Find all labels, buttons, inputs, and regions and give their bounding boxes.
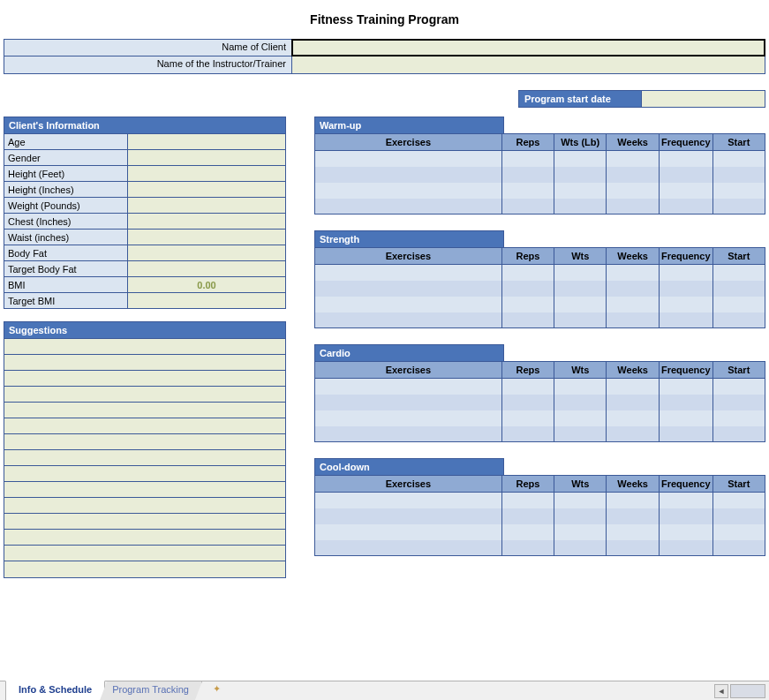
exercise-cell[interactable] <box>659 524 712 540</box>
horizontal-scrollbar[interactable] <box>730 684 765 698</box>
exercise-cell[interactable] <box>607 524 660 540</box>
new-sheet-icon[interactable]: ✦ <box>202 681 228 700</box>
exercise-cell[interactable] <box>554 395 607 410</box>
exercise-cell[interactable] <box>712 395 765 410</box>
exercise-cell[interactable] <box>501 281 554 297</box>
exercise-cell[interactable] <box>712 312 765 328</box>
suggestions-row[interactable] <box>4 371 285 387</box>
suggestions-row[interactable] <box>4 466 285 482</box>
exercise-cell[interactable] <box>315 151 502 167</box>
exercise-cell[interactable] <box>554 183 607 199</box>
exercise-cell[interactable] <box>659 297 712 312</box>
exercise-cell[interactable] <box>659 167 712 183</box>
exercise-cell[interactable] <box>659 410 712 426</box>
exercise-cell[interactable] <box>501 151 554 167</box>
exercise-cell[interactable] <box>315 183 502 199</box>
exercise-cell[interactable] <box>501 265 554 281</box>
exercise-cell[interactable] <box>315 508 502 524</box>
exercise-cell[interactable] <box>607 410 660 426</box>
exercise-cell[interactable] <box>554 493 607 508</box>
suggestions-row[interactable] <box>4 418 285 434</box>
exercise-cell[interactable] <box>607 312 660 328</box>
exercise-cell[interactable] <box>554 426 607 442</box>
exercise-cell[interactable] <box>712 540 765 556</box>
tab-info-schedule[interactable]: Info & Schedule <box>5 681 105 700</box>
client-info-value[interactable] <box>128 230 286 245</box>
exercise-cell[interactable] <box>501 524 554 540</box>
exercise-cell[interactable] <box>659 265 712 281</box>
exercise-cell[interactable] <box>501 312 554 328</box>
exercise-cell[interactable] <box>607 508 660 524</box>
exercise-cell[interactable] <box>659 312 712 328</box>
suggestions-row[interactable] <box>4 482 285 498</box>
exercise-cell[interactable] <box>554 199 607 215</box>
client-info-value[interactable] <box>128 134 286 150</box>
client-info-value[interactable] <box>128 293 286 309</box>
exercise-cell[interactable] <box>659 426 712 442</box>
exercise-cell[interactable] <box>501 379 554 395</box>
exercise-cell[interactable] <box>501 199 554 215</box>
exercise-cell[interactable] <box>607 379 660 395</box>
exercise-cell[interactable] <box>712 508 765 524</box>
suggestions-row[interactable] <box>4 434 285 450</box>
exercise-cell[interactable] <box>554 281 607 297</box>
exercise-cell[interactable] <box>554 265 607 281</box>
exercise-cell[interactable] <box>712 410 765 426</box>
exercise-cell[interactable] <box>712 426 765 442</box>
exercise-cell[interactable] <box>554 297 607 312</box>
exercise-cell[interactable] <box>712 183 765 199</box>
suggestions-row[interactable] <box>4 498 285 514</box>
exercise-cell[interactable] <box>659 493 712 508</box>
exercise-cell[interactable] <box>607 151 660 167</box>
exercise-cell[interactable] <box>315 265 502 281</box>
exercise-cell[interactable] <box>315 297 502 312</box>
suggestions-row[interactable] <box>4 514 285 530</box>
exercise-cell[interactable] <box>554 167 607 183</box>
scroll-left-button[interactable]: ◄ <box>714 684 728 698</box>
exercise-cell[interactable] <box>607 167 660 183</box>
exercise-cell[interactable] <box>501 508 554 524</box>
client-info-value[interactable] <box>128 182 286 198</box>
exercise-cell[interactable] <box>712 524 765 540</box>
client-info-value[interactable] <box>128 261 286 277</box>
program-start-date-input[interactable] <box>642 90 765 108</box>
exercise-cell[interactable] <box>712 199 765 215</box>
exercise-cell[interactable] <box>501 493 554 508</box>
exercise-cell[interactable] <box>607 493 660 508</box>
exercise-cell[interactable] <box>712 281 765 297</box>
client-info-value[interactable] <box>128 150 286 166</box>
suggestions-row[interactable] <box>4 355 285 371</box>
exercise-cell[interactable] <box>659 395 712 410</box>
exercise-cell[interactable] <box>659 199 712 215</box>
exercise-cell[interactable] <box>712 265 765 281</box>
exercise-cell[interactable] <box>712 297 765 312</box>
client-name-input[interactable] <box>292 40 765 56</box>
exercise-cell[interactable] <box>659 151 712 167</box>
exercise-cell[interactable] <box>554 508 607 524</box>
exercise-cell[interactable] <box>501 297 554 312</box>
exercise-cell[interactable] <box>501 167 554 183</box>
suggestions-row[interactable] <box>4 450 285 466</box>
suggestions-row[interactable] <box>4 561 285 577</box>
exercise-cell[interactable] <box>607 395 660 410</box>
suggestions-row[interactable] <box>4 403 285 418</box>
client-info-value[interactable] <box>128 198 286 214</box>
exercise-cell[interactable] <box>501 183 554 199</box>
exercise-cell[interactable] <box>607 199 660 215</box>
client-info-value[interactable] <box>128 214 286 230</box>
exercise-cell[interactable] <box>607 297 660 312</box>
exercise-cell[interactable] <box>554 524 607 540</box>
suggestions-row[interactable] <box>4 546 285 561</box>
exercise-cell[interactable] <box>554 151 607 167</box>
suggestions-row[interactable] <box>4 339 285 355</box>
exercise-cell[interactable] <box>712 151 765 167</box>
exercise-cell[interactable] <box>315 312 502 328</box>
exercise-cell[interactable] <box>315 395 502 410</box>
trainer-name-input[interactable] <box>292 56 765 73</box>
exercise-cell[interactable] <box>501 395 554 410</box>
exercise-cell[interactable] <box>607 540 660 556</box>
exercise-cell[interactable] <box>554 540 607 556</box>
suggestions-row[interactable] <box>4 387 285 403</box>
exercise-cell[interactable] <box>607 265 660 281</box>
exercise-cell[interactable] <box>315 379 502 395</box>
